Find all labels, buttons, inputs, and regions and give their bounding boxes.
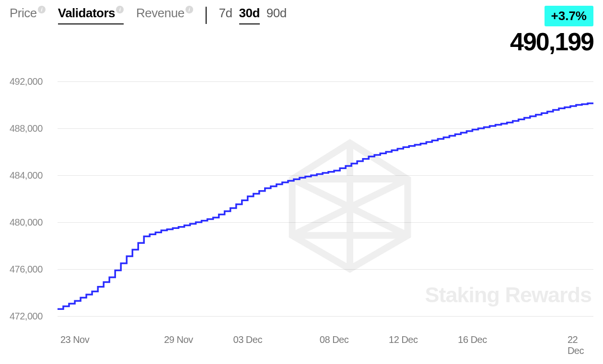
- divider: [206, 7, 207, 24]
- chart: 472,000476,000480,000484,000488,000492,0…: [10, 81, 593, 350]
- current-value: 490,199: [510, 29, 593, 54]
- range-7d[interactable]: 7d: [219, 6, 232, 24]
- x-axis-label: 23 Nov: [60, 334, 89, 345]
- metric-tabs: Pricei Validatorsi Revenuei: [10, 6, 193, 24]
- x-axis-label: 29 Nov: [164, 334, 193, 345]
- y-axis-label: 492,000: [10, 76, 43, 87]
- info-icon[interactable]: i: [116, 6, 124, 13]
- x-axis-label: 22 Dec: [568, 334, 585, 356]
- y-axis-label: 488,000: [10, 123, 43, 134]
- x-axis-label: 16 Dec: [458, 334, 487, 345]
- tab-validators[interactable]: Validatorsi: [58, 6, 124, 24]
- info-icon[interactable]: i: [186, 6, 193, 13]
- gridline: [58, 316, 593, 317]
- tab-price[interactable]: Pricei: [10, 6, 46, 24]
- line-chart-svg: [58, 81, 593, 316]
- y-axis-label: 480,000: [10, 217, 43, 228]
- x-axis-label: 08 Dec: [320, 334, 348, 345]
- change-badge: +3.7%: [545, 6, 593, 26]
- range-30d[interactable]: 30d: [239, 6, 260, 24]
- summary-block: +3.7% 490,199: [510, 6, 593, 54]
- x-axis-label: 12 Dec: [389, 334, 417, 345]
- range-tabs: 7d 30d 90d: [219, 6, 287, 24]
- x-axis: 23 Nov29 Nov03 Dec08 Dec12 Dec16 Dec22 D…: [58, 330, 593, 350]
- tab-revenue[interactable]: Revenuei: [136, 6, 193, 24]
- y-axis-label: 472,000: [10, 311, 43, 322]
- plot-area[interactable]: Staking Rewards: [58, 81, 593, 316]
- y-axis-label: 476,000: [10, 264, 43, 275]
- info-icon[interactable]: i: [38, 6, 46, 13]
- x-axis-label: 03 Dec: [233, 334, 262, 345]
- y-axis-label: 484,000: [10, 170, 43, 181]
- range-90d[interactable]: 90d: [267, 6, 287, 24]
